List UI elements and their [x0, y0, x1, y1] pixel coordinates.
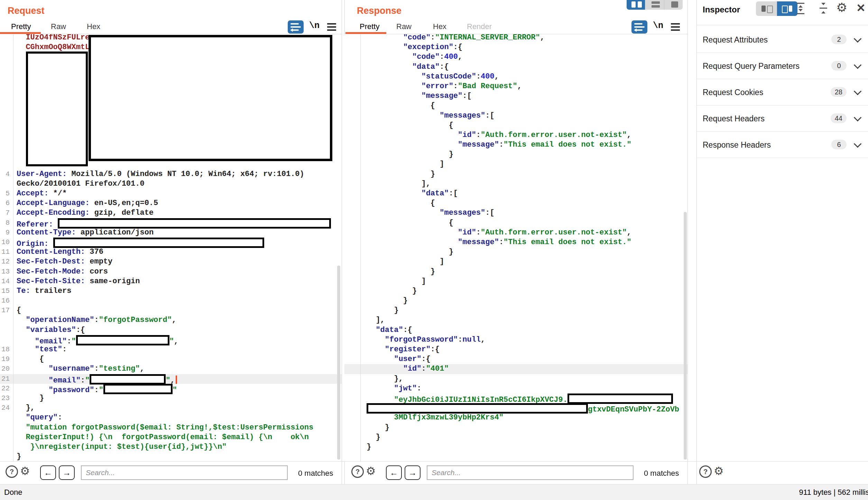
- code-line: "operationName":"forgotPassword",: [0, 315, 342, 325]
- response-size-time: 911 bytes | 562 millis: [799, 488, 868, 497]
- code-line: "message":"This email does not exist.": [344, 238, 687, 247]
- code-line: }: [344, 150, 687, 159]
- code-line: "data":[: [344, 189, 687, 198]
- help-icon[interactable]: ?: [699, 465, 712, 478]
- chevron-down-icon: [854, 35, 862, 43]
- show-newlines-toggle[interactable]: \n: [653, 21, 663, 31]
- code-line: "register":{: [344, 345, 687, 354]
- layout-single-button[interactable]: [664, 0, 683, 10]
- code-line: "messages":[: [344, 208, 687, 218]
- word-wrap-toggle-button[interactable]: [288, 20, 304, 34]
- show-newlines-toggle[interactable]: \n: [309, 21, 320, 31]
- code-line: 15Te: trailers: [0, 286, 342, 296]
- collapse-all-icon[interactable]: [818, 3, 829, 15]
- response-search-input[interactable]: [427, 465, 634, 480]
- chevron-down-icon: [854, 114, 862, 122]
- inspector-settings-gear-icon[interactable]: ⚙: [836, 1, 847, 15]
- search-settings-gear-icon[interactable]: ⚙: [366, 464, 376, 478]
- code-line: }\nregister(input: $test){user{id},jwt}}…: [0, 442, 342, 452]
- response-editor[interactable]: "code":"INTERNAL_SERVER_ERROR", "excepti…: [344, 34, 687, 461]
- inspector-section-request-cookies[interactable]: Request Cookies 28: [696, 79, 868, 105]
- count-badge: 28: [831, 87, 847, 97]
- request-search-input[interactable]: [81, 465, 288, 480]
- code-line: }: [344, 296, 687, 306]
- request-search-toolbar: ? ⚙ ← → 0 matches: [0, 462, 342, 484]
- code-line: ],: [344, 315, 687, 325]
- code-line: }: [344, 423, 687, 433]
- code-line: "exception":{: [344, 43, 687, 52]
- code-line: ],: [344, 179, 687, 189]
- return-arrow-icon: [634, 28, 637, 32]
- response-menu-icon[interactable]: [671, 21, 680, 33]
- request-tab-pretty[interactable]: Pretty: [11, 22, 31, 31]
- code-line: 20 "username":"testing",: [0, 364, 342, 374]
- next-match-button[interactable]: →: [59, 465, 75, 480]
- code-line: }: [344, 267, 687, 277]
- layout-columns-button[interactable]: [627, 0, 645, 10]
- single-pane-icon: [671, 1, 678, 8]
- code-line: }: [344, 286, 687, 296]
- redaction-box: [58, 218, 331, 229]
- code-line: }: [344, 442, 687, 452]
- response-match-count: 0 matches: [644, 469, 679, 478]
- response-tab-raw[interactable]: Raw: [396, 22, 412, 31]
- count-badge: 6: [831, 140, 847, 149]
- code-line: "data":{: [344, 62, 687, 72]
- request-tab-raw[interactable]: Raw: [51, 22, 66, 31]
- inspector-title: Inspector: [703, 5, 740, 15]
- code-line: {: [344, 121, 687, 130]
- request-tab-hex[interactable]: Hex: [87, 22, 100, 31]
- code-line: "message":[: [344, 91, 687, 101]
- response-tab-render[interactable]: Render: [467, 22, 492, 31]
- code-line: 8Referer:: [0, 218, 342, 228]
- response-tab-hex[interactable]: Hex: [433, 22, 446, 31]
- redaction-box: [567, 393, 673, 404]
- inspector-section-request-headers[interactable]: Request Headers 44: [696, 105, 868, 132]
- code-line: "user":{: [344, 354, 687, 364]
- inspector-section-response-headers[interactable]: Response Headers 6: [696, 131, 868, 158]
- code-line: "email":"",: [0, 335, 342, 345]
- request-panel: Request Pretty Raw Hex \n IUzO4fNSzFULre…: [0, 0, 342, 461]
- help-icon[interactable]: ?: [6, 465, 18, 478]
- code-line: {: [344, 218, 687, 228]
- code-line: }: [344, 306, 687, 315]
- request-scrollbar[interactable]: [337, 266, 340, 460]
- code-line: "code":400,: [344, 52, 687, 62]
- search-settings-gear-icon[interactable]: ⚙: [714, 464, 724, 478]
- code-line: }: [344, 247, 687, 257]
- response-scrollbar[interactable]: [684, 212, 687, 460]
- inspector-section-request-attributes[interactable]: Request Attributes 2: [696, 26, 868, 53]
- help-icon[interactable]: ?: [351, 465, 364, 478]
- request-editor[interactable]: IUzO4fNSzFULreq CGhxmOoQ8WXmtL44User-Age…: [0, 34, 342, 461]
- code-line: ]: [344, 257, 687, 267]
- code-line: ]: [344, 277, 687, 286]
- inspector-close-icon[interactable]: ✕: [856, 1, 866, 15]
- search-settings-gear-icon[interactable]: ⚙: [20, 464, 30, 478]
- expand-all-icon[interactable]: [795, 3, 806, 15]
- layout-rows-button[interactable]: [645, 0, 664, 10]
- count-badge: 2: [831, 35, 847, 44]
- code-line: 21 "email":"",: [0, 374, 342, 384]
- inspector-dock-right-button[interactable]: [777, 1, 798, 16]
- code-line: "jwt":: [344, 384, 687, 393]
- code-line: 7Accept-Encoding: gzip, deflate: [0, 208, 342, 218]
- code-line: "eyJhbGci0iJIUzI1NiIsInR5cCI6IkpXVCJ9.: [344, 393, 687, 403]
- response-panel: Response Pretty Raw Hex Render \n "code"…: [344, 0, 687, 461]
- inspector-section-request-query-parameters[interactable]: Request Query Parameters 0: [696, 53, 868, 79]
- response-tab-pretty[interactable]: Pretty: [360, 22, 379, 31]
- request-menu-icon[interactable]: [327, 21, 336, 33]
- code-line: 16: [0, 296, 342, 306]
- previous-match-button[interactable]: ←: [40, 465, 56, 480]
- code-line: 19 {: [0, 354, 342, 364]
- inspector-panel: Inspector ⚙ ✕ Request Attributes 2 Reque…: [696, 0, 868, 461]
- code-line: Gecko/20100101 Firefox/101.0: [0, 179, 342, 189]
- code-line: gtxvDEqnSVuPbY-2ZoVb: [344, 403, 687, 413]
- columns-icon: [631, 1, 636, 8]
- next-match-button[interactable]: →: [405, 465, 421, 480]
- word-wrap-toggle-button[interactable]: [631, 20, 647, 34]
- redaction-box: [89, 35, 332, 161]
- inspector-dock-left-button[interactable]: [756, 1, 777, 16]
- code-line: "statusCode":400,: [344, 72, 687, 82]
- previous-match-button[interactable]: ←: [386, 465, 402, 480]
- code-line: 4User-Agent: Mozilla/5.0 (Windows NT 10.…: [0, 169, 342, 179]
